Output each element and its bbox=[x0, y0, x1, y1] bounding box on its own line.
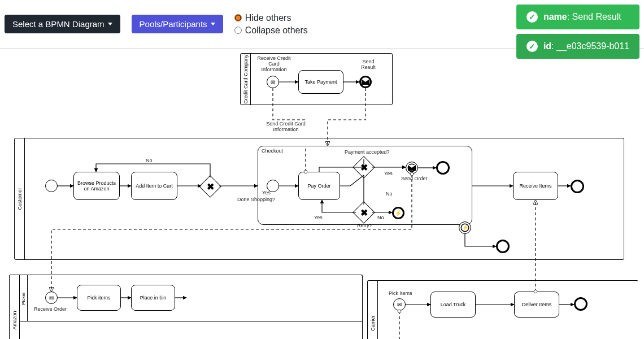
chevron-down-icon bbox=[108, 23, 112, 25]
toast-name-text: name: Send Result bbox=[543, 12, 621, 22]
select-diagram-label: Select a BPMN Diagram bbox=[12, 19, 105, 29]
connectors bbox=[0, 49, 644, 339]
chevron-down-icon bbox=[211, 23, 215, 25]
hide-others-option[interactable]: Hide others bbox=[234, 13, 308, 23]
display-mode-radios: Hide others Collapse others bbox=[234, 13, 308, 36]
check-icon: ✓ bbox=[526, 11, 538, 23]
select-diagram-dropdown[interactable]: Select a BPMN Diagram bbox=[5, 15, 120, 33]
bpmn-canvas[interactable]: Credit Card Company Receive Credit Card … bbox=[0, 49, 644, 339]
hide-others-label: Hide others bbox=[245, 13, 291, 23]
toast-name: ✓ name: Send Result bbox=[516, 5, 639, 29]
hide-others-radio[interactable] bbox=[234, 14, 242, 21]
pools-participants-dropdown[interactable]: Pools/Participants bbox=[132, 15, 223, 33]
pools-participants-label: Pools/Participants bbox=[140, 19, 207, 29]
collapse-others-option[interactable]: Collapse others bbox=[234, 25, 308, 36]
collapse-others-label: Collapse others bbox=[245, 25, 308, 36]
collapse-others-radio[interactable] bbox=[234, 27, 242, 34]
